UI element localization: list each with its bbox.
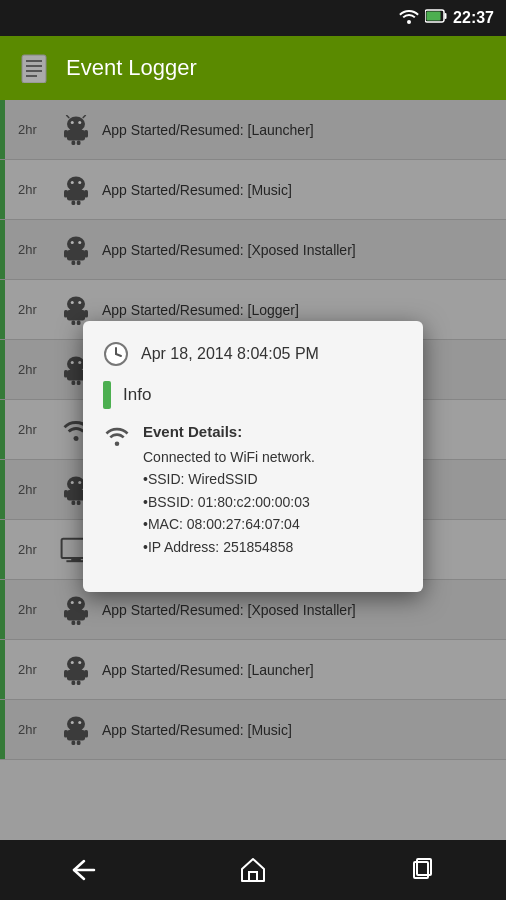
svg-rect-2 — [445, 13, 447, 19]
content-area: 2hr App Started/Resumed: [Launcher] — [0, 100, 506, 840]
app-bar: Event Logger — [0, 36, 506, 100]
clock-icon — [103, 341, 129, 367]
svg-rect-3 — [22, 55, 46, 83]
nav-bar — [0, 840, 506, 900]
dialog-bssid: •BSSID: 01:80:c2:00:00:03 — [143, 491, 315, 513]
dialog-event-text: Connected to WiFi network. — [143, 446, 315, 468]
battery-status-icon — [425, 9, 447, 27]
dialog-event-details-row: Event Details: Connected to WiFi network… — [103, 423, 403, 558]
home-button[interactable] — [223, 848, 283, 892]
app-bar-title: Event Logger — [66, 55, 197, 81]
status-bar: 22:37 — [0, 0, 506, 36]
dialog-info-label: Info — [123, 385, 151, 405]
status-time: 22:37 — [453, 9, 494, 27]
dialog-mac: •MAC: 08:00:27:64:07:04 — [143, 513, 315, 535]
dialog-ssid: •SSID: WiredSSID — [143, 468, 315, 490]
dialog-ip: •IP Address: 251854858 — [143, 536, 315, 558]
dialog-info-row: Info — [103, 381, 403, 409]
dialog-timestamp: Apr 18, 2014 8:04:05 PM — [141, 345, 319, 363]
recents-button[interactable] — [392, 848, 452, 892]
app-bar-logo — [16, 50, 52, 86]
svg-rect-90 — [249, 872, 257, 881]
status-icons: 22:37 — [399, 8, 494, 28]
dialog-timestamp-row: Apr 18, 2014 8:04:05 PM — [103, 341, 403, 367]
svg-marker-89 — [242, 859, 264, 881]
dialog-wifi-icon — [103, 425, 131, 451]
dialog-event-title: Event Details: — [143, 423, 315, 440]
svg-rect-1 — [427, 12, 441, 21]
dialog-event-content: Event Details: Connected to WiFi network… — [143, 423, 315, 558]
wifi-status-icon — [399, 8, 419, 28]
event-detail-dialog: Apr 18, 2014 8:04:05 PM Info Event Detai… — [83, 321, 423, 592]
info-indicator — [103, 381, 111, 409]
back-button[interactable] — [54, 848, 114, 892]
